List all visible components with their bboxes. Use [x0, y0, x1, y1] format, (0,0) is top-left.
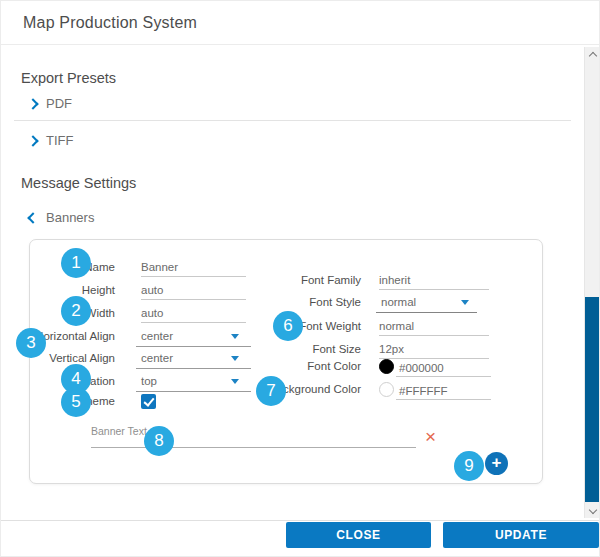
- font-style-value: normal: [381, 296, 416, 308]
- location-value: top: [141, 375, 157, 387]
- background-color-swatch[interactable]: [379, 382, 394, 397]
- theme-checkbox[interactable]: [141, 394, 156, 409]
- banner-text-input[interactable]: [91, 431, 416, 448]
- caret-down-icon: [231, 334, 239, 339]
- footer-divider: [1, 520, 600, 521]
- callout-badge-5: 5: [61, 387, 91, 417]
- font-size-input[interactable]: 12px: [379, 341, 489, 359]
- font-weight-input[interactable]: normal: [379, 318, 489, 336]
- banners-back-label: Banners: [46, 210, 94, 225]
- close-button[interactable]: CLOSE: [286, 522, 431, 548]
- font-color-swatch[interactable]: [379, 359, 394, 374]
- preset-pdf-label: PDF: [46, 96, 72, 111]
- add-banner-button[interactable]: +: [485, 452, 508, 475]
- callout-badge-8: 8: [144, 426, 174, 456]
- vertical-align-value: center: [141, 352, 173, 364]
- font-style-label: Font Style: [239, 295, 361, 310]
- horizontal-align-value: center: [141, 330, 173, 342]
- callout-badge-1: 1: [61, 248, 91, 278]
- chevron-right-icon: [27, 98, 38, 109]
- caret-down-icon: [461, 300, 469, 305]
- height-input[interactable]: auto: [141, 282, 246, 300]
- name-input[interactable]: Banner: [141, 259, 246, 277]
- preset-divider: [14, 120, 571, 121]
- horizontal-align-select[interactable]: center: [136, 327, 251, 347]
- scrollbar-thumb[interactable]: [585, 297, 600, 502]
- callout-badge-2: 2: [61, 296, 91, 326]
- preset-pdf-row[interactable]: PDF: [29, 95, 72, 111]
- message-settings-heading: Message Settings: [21, 175, 136, 191]
- preset-tiff-row[interactable]: TIFF: [29, 132, 73, 148]
- remove-banner-icon[interactable]: ×: [425, 427, 436, 446]
- vertical-align-select[interactable]: center: [136, 349, 251, 369]
- export-presets-heading: Export Presets: [21, 70, 116, 86]
- font-color-label: Font Color: [239, 359, 361, 374]
- background-color-hex-input[interactable]: #FFFFFF: [396, 383, 491, 400]
- banners-back-row[interactable]: Banners: [29, 209, 94, 225]
- chevron-right-icon: [27, 135, 38, 146]
- width-input[interactable]: auto: [141, 305, 246, 323]
- chevron-left-icon: [27, 212, 38, 223]
- map-production-dialog: Map Production System Export Presets PDF…: [0, 0, 600, 557]
- location-select[interactable]: top: [136, 372, 251, 392]
- callout-badge-7: 7: [256, 376, 286, 406]
- header-divider: [1, 44, 600, 45]
- font-style-select[interactable]: normal: [376, 293, 477, 313]
- font-size-label: Font Size: [239, 342, 361, 357]
- caret-down-icon: [231, 379, 239, 384]
- preset-tiff-label: TIFF: [46, 133, 73, 148]
- caret-down-icon: [231, 356, 239, 361]
- callout-badge-3: 3: [16, 328, 46, 358]
- update-button[interactable]: UPDATE: [443, 522, 599, 548]
- font-family-label: Font Family: [239, 273, 361, 288]
- page-title: Map Production System: [23, 14, 197, 32]
- font-family-input[interactable]: inherit: [379, 272, 489, 290]
- callout-badge-6: 6: [273, 311, 303, 341]
- height-label: Height: [17, 283, 115, 298]
- callout-badge-9: 9: [454, 451, 484, 481]
- font-color-hex-input[interactable]: #000000: [396, 360, 491, 377]
